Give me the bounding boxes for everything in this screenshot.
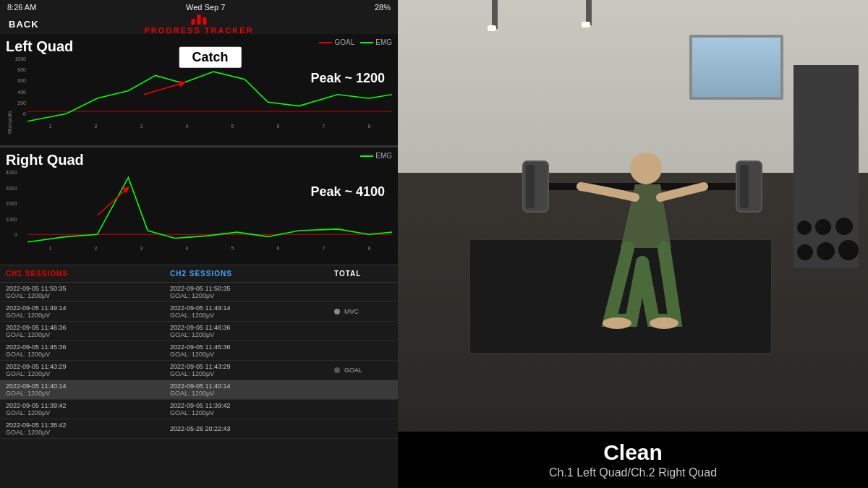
- ceiling-light-1: [492, 0, 498, 29]
- back-button[interactable]: BACK: [9, 19, 39, 30]
- y2-label-1000: 1000: [6, 217, 17, 222]
- chart2-container: Peak ~ 4100 4000 3000 2000 1000: [27, 170, 392, 246]
- sessions-list[interactable]: 2022-09-05 11:50:35GOAL: 1200μV2022-09-0…: [0, 283, 398, 488]
- session-ch1-cell: 2022-09-05 11:43:29GOAL: 1200μV: [6, 363, 170, 377]
- session-ch2-date: 2022-05-26 20:22:43: [170, 425, 334, 432]
- session-ch1-date: 2022-09-05 11:49:14: [6, 304, 170, 312]
- kettlebell-1: [797, 244, 813, 260]
- sessions-header: CH1 SESSIONS CH2 SESSIONS TOTAL: [0, 265, 398, 283]
- status-date: Wed Sep 7: [186, 3, 225, 12]
- session-total-cell: GOAL: [334, 367, 392, 374]
- session-ch2-cell: 2022-09-05 11:39:42GOAL: 1200μV: [170, 402, 334, 416]
- chart2-legend: EMG: [360, 152, 392, 160]
- session-ch2-date: 2022-09-05 11:50:35: [170, 285, 334, 292]
- session-ch2-date: 2022-09-05 11:43:29: [170, 363, 334, 370]
- kettlebell-3: [838, 240, 859, 260]
- svg-point-9: [630, 153, 662, 184]
- x2-label-1: 1: [49, 246, 52, 251]
- x2-label-6: 6: [277, 246, 280, 251]
- session-ch2-cell: 2022-09-05 11:46:36GOAL: 1200μV: [170, 324, 334, 338]
- session-ch1-goal: GOAL: 1200μV: [6, 390, 170, 397]
- session-ch1-cell: 2022-09-05 11:46:36GOAL: 1200μV: [6, 324, 170, 338]
- y2-label-0: 0: [14, 232, 17, 237]
- total-header: TOTAL: [334, 270, 392, 278]
- session-ch1-date: 2022-09-05 11:40:14: [6, 382, 170, 390]
- light-bulb-2: [582, 22, 590, 27]
- session-row[interactable]: 2022-09-05 11:43:29GOAL: 1200μV2022-09-0…: [0, 361, 398, 380]
- session-total-cell: MVC: [334, 308, 392, 315]
- session-row[interactable]: 2022-09-05 11:46:36GOAL: 1200μV2022-09-0…: [0, 322, 398, 341]
- y-label-600: 600: [17, 78, 26, 83]
- chart2-label: Right Quad: [6, 152, 392, 168]
- emg2-line-icon: [360, 155, 373, 157]
- session-ch1-goal: GOAL: 1200μV: [6, 370, 170, 377]
- session-ch2-date: 2022-09-05 11:40:14: [170, 382, 334, 390]
- y2-label-2000: 2000: [6, 201, 17, 206]
- session-ch2-goal: GOAL: 1200μV: [170, 370, 334, 377]
- session-row[interactable]: 2022-09-05 11:45:36GOAL: 1200μV2022-09-0…: [0, 341, 398, 361]
- session-ch1-date: 2022-09-05 11:45:36: [6, 343, 170, 351]
- session-ch2-cell: 2022-05-26 20:22:43: [170, 425, 334, 432]
- chart-left-quad: Left Quad GOAL EMG Catch Peak ~ 1200: [0, 34, 398, 146]
- caption-subtitle: Ch.1 Left Quad/Ch.2 Right Quad: [412, 466, 854, 479]
- goal-dot-icon: [334, 367, 340, 373]
- session-ch1-goal: GOAL: 1200μV: [6, 409, 170, 416]
- session-ch2-goal: GOAL: 1200μV: [170, 409, 334, 416]
- x2-label-5: 5: [231, 246, 234, 251]
- session-ch1-goal: GOAL: 1200μV: [6, 331, 170, 338]
- kettlebell-5: [815, 219, 831, 235]
- chart-right-quad: Right Quad EMG Peak ~ 4100: [0, 146, 398, 265]
- session-ch1-cell: 2022-09-05 11:50:35GOAL: 1200μV: [6, 285, 170, 299]
- video-area: [398, 0, 868, 432]
- session-ch1-date: 2022-09-05 11:43:29: [6, 363, 170, 370]
- y2-label-3000: 3000: [6, 186, 17, 191]
- session-ch1-goal: GOAL: 1200μV: [6, 312, 170, 319]
- goal-legend: GOAL: [319, 38, 354, 46]
- emg2-label: EMG: [375, 152, 392, 160]
- x2-label-4: 4: [186, 246, 189, 251]
- x2-label-3: 3: [140, 246, 143, 251]
- session-row[interactable]: 2022-09-05 11:40:14GOAL: 1200μV2022-09-0…: [0, 380, 398, 400]
- session-ch2-cell: 2022-09-05 11:49:14GOAL: 1200μV: [170, 304, 334, 319]
- session-ch2-cell: 2022-09-05 11:43:29GOAL: 1200μV: [170, 363, 334, 377]
- session-ch1-cell: 2022-09-05 11:40:14GOAL: 1200μV: [6, 382, 170, 397]
- right-panel: Clean Ch.1 Left Quad/Ch.2 Right Quad: [398, 0, 868, 488]
- session-ch1-goal: GOAL: 1200μV: [6, 292, 170, 299]
- session-row[interactable]: 2022-09-05 11:49:14GOAL: 1200μV2022-09-0…: [0, 302, 398, 322]
- session-ch2-date: 2022-09-05 11:49:14: [170, 304, 334, 312]
- chart2-peak: Peak ~ 4100: [310, 184, 385, 200]
- svg-point-11: [650, 317, 678, 329]
- sessions-area: CH1 SESSIONS CH2 SESSIONS TOTAL 2022-09-…: [0, 265, 398, 488]
- video-caption: Clean Ch.1 Left Quad/Ch.2 Right Quad: [398, 432, 868, 488]
- session-ch1-date: 2022-09-05 11:39:42: [6, 402, 170, 409]
- chart1-y-axis: 1000 800 600 400 200 0: [6, 56, 27, 116]
- ch1-header: CH1 SESSIONS: [6, 270, 170, 278]
- session-ch2-date: 2022-09-05 11:39:42: [170, 402, 334, 409]
- logo-bar-1: [192, 19, 195, 25]
- y-label-1000: 1000: [14, 56, 26, 61]
- session-row[interactable]: 2022-09-05 11:39:42GOAL: 1200μV2022-09-0…: [0, 400, 398, 419]
- chart2-svg: [27, 170, 392, 246]
- goal-line-icon: [319, 42, 332, 43]
- svg-line-3: [98, 189, 127, 215]
- session-ch1-goal: GOAL: 1200μV: [6, 429, 170, 436]
- emg-label: EMG: [375, 38, 392, 46]
- svg-rect-6: [526, 165, 535, 208]
- gym-window: [689, 35, 783, 100]
- goal-label: GOAL: [334, 38, 354, 46]
- session-ch2-date: 2022-09-05 11:46:36: [170, 324, 334, 331]
- session-row[interactable]: 2022-09-05 11:50:35GOAL: 1200μV2022-09-0…: [0, 283, 398, 302]
- status-time: 8:26 AM: [7, 3, 36, 12]
- ch2-header: CH2 SESSIONS: [170, 270, 334, 278]
- chart2-y-axis: 4000 3000 2000 1000 0: [6, 170, 19, 237]
- logo-icon: [192, 14, 207, 25]
- kettlebell-6: [835, 218, 853, 235]
- goal-total-label: GOAL: [344, 367, 362, 374]
- session-ch2-goal: GOAL: 1200μV: [170, 351, 334, 358]
- x2-label-2: 2: [95, 246, 98, 251]
- session-ch1-date: 2022-09-05 11:50:35: [6, 285, 170, 292]
- x2-label-8: 8: [368, 246, 371, 251]
- athlete-svg: [516, 118, 769, 371]
- session-row[interactable]: 2022-09-05 11:38:42GOAL: 1200μV2022-05-2…: [0, 419, 398, 439]
- catch-badge: Catch: [179, 47, 242, 68]
